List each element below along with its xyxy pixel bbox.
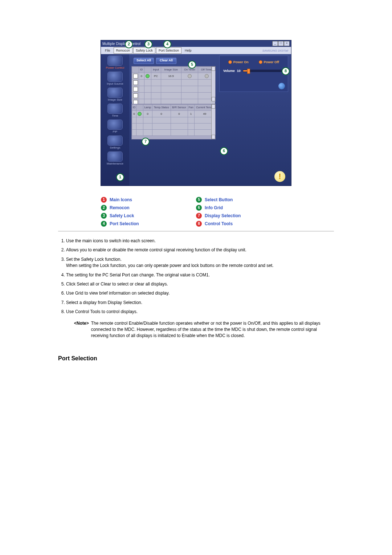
power-on-label: Power On <box>233 60 249 64</box>
col-id2: ID <box>132 105 136 111</box>
legend-item: 3 Safety Lock <box>101 213 196 219</box>
scrollbar[interactable] <box>211 66 215 101</box>
divider <box>58 231 334 231</box>
row-checkbox[interactable] <box>133 74 138 78</box>
row-checkbox[interactable] <box>133 87 138 92</box>
bullet-icon <box>259 60 262 64</box>
callout-5: 5 <box>188 61 196 69</box>
scrollbar[interactable] <box>211 104 215 139</box>
sidebar-item-label: Time <box>103 114 127 117</box>
list-item: Select a display from Display Selection. <box>66 300 334 306</box>
settings-icon <box>107 135 123 146</box>
legend-num: 7 <box>196 213 202 219</box>
sidebar-item-maintenance[interactable]: Maintenance <box>103 151 127 165</box>
description-list: Use the main icons to switch into each s… <box>58 238 334 339</box>
mute-icon[interactable] <box>278 83 285 89</box>
bullet-icon <box>228 60 232 64</box>
table-row[interactable]: 0 PC 16:9 <box>132 73 215 80</box>
cell-temp-status: 0 <box>152 111 171 117</box>
legend-label: Remocon <box>110 205 130 210</box>
image-size-icon <box>107 88 123 98</box>
legend-num: 3 <box>101 213 107 219</box>
power-off-button[interactable]: Power Off <box>259 60 279 64</box>
sidebar-item-settings[interactable]: Settings <box>103 135 127 149</box>
cell-br-sensor: 0 <box>171 111 188 117</box>
callout-6: 6 <box>220 147 228 155</box>
cell-lamp: 0 <box>143 111 152 117</box>
legend-label: Display Selection <box>205 213 241 218</box>
sidebar-item-power-control[interactable]: Power Control <box>103 56 127 69</box>
clear-all-button[interactable]: Clear All <box>156 58 176 64</box>
table-row[interactable]: 0 0 0 0 1 49 <box>132 111 215 117</box>
sidebar-item-input-source[interactable]: Input Source <box>103 72 127 85</box>
sidebar-item-pip[interactable]: PIP <box>103 119 127 133</box>
callout-2: 2 <box>125 40 133 48</box>
menu-file[interactable]: File <box>102 47 113 54</box>
col-image-size: Image Size <box>161 67 181 73</box>
col-input: Input <box>151 67 161 73</box>
list-item: Use the main icons to switch into each s… <box>66 238 334 244</box>
maximize-icon[interactable]: □ <box>278 41 284 46</box>
col-br-sensor: B/R Sensor <box>171 105 188 111</box>
legend-item: 2 Remocon <box>101 205 196 211</box>
power-control-icon <box>107 56 123 66</box>
mdc-app-screenshot: Multiple Display Control _ □ × File Remo… <box>101 40 291 186</box>
pip-icon <box>107 119 123 130</box>
row-checkbox[interactable] <box>133 93 138 98</box>
list-item: Use Control Tools to control displays. <box>66 309 334 315</box>
legend-item: 1 Main Icons <box>101 197 196 203</box>
sidebar-item-label: Maintenance <box>103 162 127 165</box>
legend-num: 6 <box>196 205 202 211</box>
note-label: <Note> <box>74 321 89 326</box>
display-grid[interactable]: ID Input Image Size On Timer Off Timer 0… <box>131 66 216 102</box>
callout-1: 1 <box>116 173 124 181</box>
legend-label: Main Icons <box>110 197 132 202</box>
sidebar-item-image-size[interactable]: Image Size <box>103 88 127 101</box>
col-check <box>132 67 139 73</box>
sidebar-item-time[interactable]: Time <box>103 104 127 117</box>
list-item: Set the Safety Lock function. When setti… <box>66 256 334 269</box>
legend-label: Info Grid <box>205 205 223 210</box>
sidebar-item-label: Settings <box>103 146 127 149</box>
cell-id: 0 <box>139 73 144 80</box>
cell-id: 0 <box>132 111 136 117</box>
close-icon[interactable]: × <box>284 41 290 46</box>
menu-port-selection[interactable]: Port Selection <box>156 47 181 54</box>
sidebar-item-label: PIP <box>103 130 127 133</box>
legend-num: 2 <box>101 205 107 211</box>
slider-thumb-icon[interactable] <box>247 69 250 74</box>
menu-help[interactable]: Help <box>182 47 194 54</box>
list-item: Click Select all or Clear to select or c… <box>66 281 334 287</box>
col-fan: Fan <box>188 105 194 111</box>
list-item: The setting for the PC Serial Port can c… <box>66 272 334 278</box>
row-checkbox[interactable] <box>133 80 138 85</box>
col-lamp: Lamp <box>143 105 152 111</box>
off-timer-dot-icon <box>205 74 209 78</box>
callout-4: 4 <box>163 40 171 48</box>
legend-num: 4 <box>101 221 107 227</box>
callout-3: 3 <box>144 40 152 48</box>
legend-item: 8 Control Tools <box>196 221 291 227</box>
legend-block: 1 Main Icons 2 Remocon 3 Safety Lock 4 P… <box>101 197 291 227</box>
time-icon <box>107 104 123 114</box>
note-body: The remote control Enable/Disable functi… <box>91 320 334 339</box>
sidebar-item-label: Power Control <box>103 66 127 69</box>
legend-num: 5 <box>196 197 202 203</box>
sidebar: Power Control Input Source Image Size Ti… <box>101 54 129 186</box>
legend-label: Port Selection <box>110 221 139 226</box>
power-on-button[interactable]: Power On <box>228 60 249 64</box>
list-item-text: When setting the Lock function, you can … <box>66 263 274 268</box>
col-temp-status: Temp.Status <box>152 105 171 111</box>
col-status2 <box>136 105 143 111</box>
alert-icon: ! <box>274 171 285 182</box>
callout-7: 7 <box>142 138 150 146</box>
menu-safety-lock[interactable]: Safety Lock <box>133 47 155 54</box>
cell-image-size: 16:9 <box>161 73 181 80</box>
minimize-icon[interactable]: _ <box>272 41 278 46</box>
brand-text: SAMSUNG DIGITall <box>262 49 290 52</box>
sidebar-item-label: Image Size <box>103 98 127 101</box>
legend-label: Safety Lock <box>110 213 134 218</box>
volume-slider[interactable] <box>243 70 284 72</box>
info-grid[interactable]: ID Lamp Temp.Status B/R Sensor Fan Curre… <box>131 104 216 139</box>
select-all-button[interactable]: Select All <box>134 58 154 64</box>
